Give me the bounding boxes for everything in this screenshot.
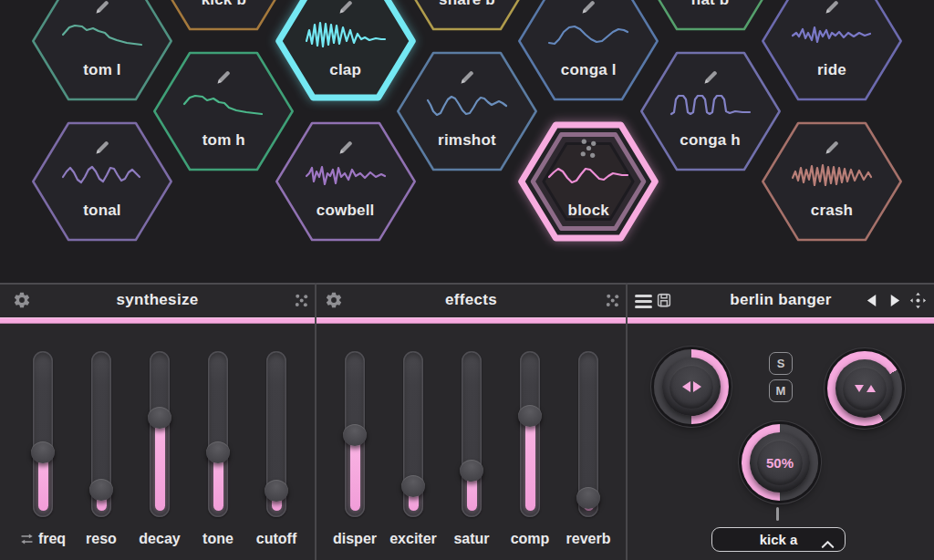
slider-thumb-reso[interactable]	[89, 479, 113, 501]
slider-thumb-satur[interactable]	[460, 460, 483, 482]
slider-thumb-reverb[interactable]	[576, 487, 600, 509]
pad-label: cowbell	[273, 202, 419, 220]
accent-bar	[628, 317, 934, 324]
pad-label: crash	[759, 202, 905, 220]
synthesize-header: synthesize	[0, 283, 315, 317]
pad-label: block	[515, 202, 661, 220]
mute-button[interactable]: M	[769, 379, 793, 402]
slider-thumb-freq[interactable]	[31, 441, 55, 463]
slider-label-text: cutoff	[256, 531, 296, 547]
waveform-icon	[669, 89, 752, 122]
waveform-icon	[305, 160, 387, 192]
pencil-icon	[29, 136, 175, 160]
pad-hex-tonal[interactable]: tonal	[29, 118, 175, 245]
slider-label-text: reso	[86, 531, 117, 547]
slider-thumb-disper[interactable]	[343, 424, 367, 446]
waveform-icon	[305, 19, 387, 52]
waveform-icon	[791, 160, 873, 192]
chevron-up-icon	[821, 535, 835, 552]
drum-synth-app: kick bsnare bhat btom lclapconga lrideto…	[0, 0, 934, 560]
prev-preset-icon[interactable]	[863, 291, 881, 309]
slider-label-text: reverb	[566, 531, 611, 547]
waveform-icon	[182, 89, 265, 122]
accent-bar	[0, 317, 315, 324]
slider-label-text: tone	[202, 531, 234, 547]
move-icon[interactable]	[908, 291, 927, 309]
pencil-icon	[150, 66, 296, 89]
sample-select[interactable]: kick a	[711, 527, 846, 552]
waveform-icon	[547, 19, 629, 52]
pencil-icon	[759, 0, 905, 19]
slider-label-text: satur	[453, 531, 489, 547]
slider-label-text: comp	[511, 531, 550, 547]
pencil-icon	[29, 0, 175, 19]
pad-hex-crash[interactable]: crash	[759, 118, 905, 245]
pad-header: berlin banger	[628, 283, 934, 317]
panel-separator	[626, 283, 628, 560]
slider-label-text: disper	[333, 531, 377, 547]
pan-knob[interactable]	[654, 349, 729, 424]
pencil-icon	[273, 0, 419, 19]
randomize-dice-icon[interactable]	[603, 291, 621, 309]
effects-panel: effects disperexcitersaturcompreverb	[317, 283, 626, 560]
next-preset-icon[interactable]	[885, 291, 903, 309]
pad-grid: kick bsnare bhat btom lclapconga lrideto…	[0, 0, 934, 283]
pad-label: tonal	[29, 202, 175, 220]
mix-knob[interactable]: 50%	[742, 424, 818, 501]
solo-button[interactable]: S	[769, 352, 793, 375]
panel-title: synthesize	[0, 291, 315, 309]
waveform-icon	[426, 89, 508, 122]
slider-thumb-comp[interactable]	[518, 405, 542, 427]
waveform-icon	[61, 160, 143, 192]
pad-panel: berlin banger S M	[628, 283, 934, 560]
pan-arrows-icon	[654, 349, 729, 424]
waveform-icon	[791, 19, 873, 52]
pencil-icon	[515, 0, 661, 19]
knob-tick	[776, 507, 779, 521]
slider-label-reverb: reverb	[552, 531, 625, 547]
synthesize-panel: synthesize freqresodecaytonecutoff	[0, 283, 315, 560]
panel-separator	[315, 283, 317, 560]
slider-thumb-decay[interactable]	[148, 407, 171, 429]
slider-fill	[525, 416, 535, 511]
pad-hex-cowbell[interactable]: cowbell	[273, 118, 419, 245]
slider-fill	[350, 435, 360, 511]
slider-label-text: exciter	[389, 531, 437, 547]
waveform-icon	[61, 19, 143, 52]
panel-title: effects	[317, 291, 626, 309]
pencil-icon	[394, 66, 540, 89]
waveform-icon	[547, 160, 629, 192]
slider-fill	[155, 418, 165, 511]
effects-header: effects	[317, 283, 626, 317]
pencil-icon	[759, 136, 905, 160]
pencil-icon	[273, 136, 419, 160]
pitch-knob[interactable]	[827, 351, 902, 426]
slider-label-cutoff: cutoff	[240, 531, 313, 547]
randomize-dice-icon[interactable]	[292, 291, 310, 309]
accent-bar	[317, 317, 626, 324]
dice-icon	[515, 136, 661, 160]
pencil-icon	[638, 66, 784, 89]
sample-name: kick a	[760, 532, 798, 547]
pitch-arrows-icon	[827, 351, 902, 426]
spread-arrows-icon	[20, 534, 34, 544]
slider-thumb-tone[interactable]	[206, 441, 230, 463]
slider-label-text: freq	[38, 531, 66, 547]
mix-value: 50%	[766, 455, 794, 471]
pad-hex-block[interactable]: block	[515, 118, 661, 245]
slider-label-text: decay	[139, 531, 180, 547]
